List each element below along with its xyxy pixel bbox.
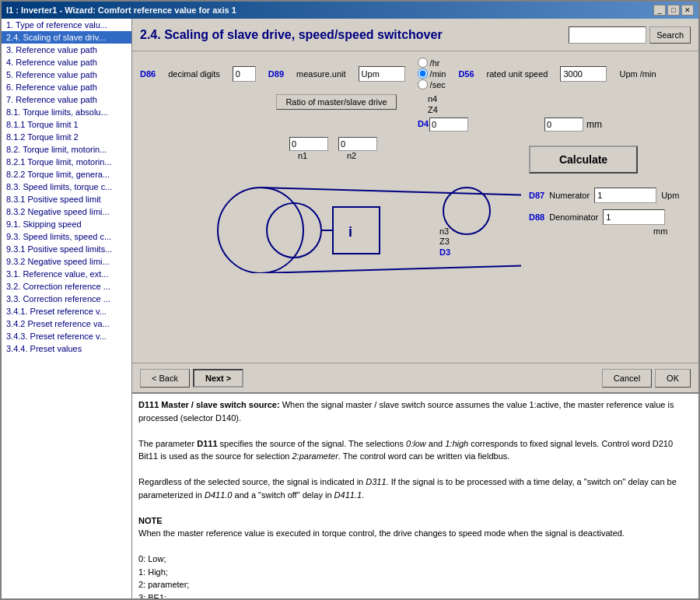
sidebar-item-20[interactable]: 3.1. Reference value, ext...: [2, 268, 131, 280]
info-panel: D111 Master / slave switch source: When …: [132, 392, 698, 598]
diagram-right-controls: 0 mm Calculate D87 Numerator 1 Upm D88: [529, 94, 679, 273]
d56-unit: Upm /min: [619, 69, 656, 79]
panel-header: 2.4. Scaling of slave drive, speed/speed…: [132, 19, 698, 51]
title-controls: _ □ ✕: [653, 5, 694, 16]
svg-point-0: [218, 188, 303, 273]
sidebar-item-17[interactable]: 9.3. Speed limits, speed c...: [2, 230, 131, 243]
unit-radio-group: /hr /min /sec: [418, 58, 446, 89]
distance-row: 0 mm: [544, 118, 602, 132]
ok-button[interactable]: OK: [655, 369, 691, 388]
sidebar-item-9[interactable]: 8.1.2 Torque limit 2: [2, 131, 131, 143]
high-ref: 1:high: [445, 439, 468, 448]
d88-input[interactable]: 1: [603, 209, 665, 225]
panel-title: 2.4. Scaling of slave drive, speed/speed…: [140, 28, 443, 42]
sidebar-item-23[interactable]: 3.4.1. Preset reference v...: [2, 305, 131, 318]
sidebar-item-1[interactable]: 2.4. Scaling of slave driv...: [2, 31, 131, 44]
nav-bar: < Back Next > Cancel OK: [132, 363, 698, 392]
search-box: Search: [569, 26, 691, 44]
distance-field[interactable]: 0: [544, 118, 583, 132]
search-input[interactable]: [569, 26, 646, 44]
d411-ref: D411.0: [205, 490, 232, 500]
sidebar-item-12[interactable]: 8.2.2 Torque limit, genera...: [2, 168, 131, 181]
note-text: When the master reference value is execu…: [138, 528, 625, 538]
d88-row: D88 Denominator 1: [529, 209, 679, 225]
d111-ref: D111: [197, 439, 217, 448]
d89-input[interactable]: Upm: [359, 66, 405, 82]
sidebar-item-0[interactable]: 1. Type of reference valu...: [2, 19, 131, 31]
note-section: NOTE When the master reference value is …: [138, 514, 692, 540]
d88-desc: Denominator: [549, 212, 598, 222]
search-button[interactable]: Search: [649, 26, 691, 44]
maximize-button[interactable]: □: [667, 5, 680, 16]
sidebar: 1. Type of reference valu... 2.4. Scalin…: [2, 19, 132, 598]
nav-right: Cancel OK: [602, 369, 691, 388]
d86-label: D86: [140, 69, 156, 79]
sidebar-item-11[interactable]: 8.2.1 Torque limit, motorin...: [2, 156, 131, 168]
d89-desc: measure.unit: [296, 69, 346, 79]
sidebar-item-6[interactable]: 7. Reference value path: [2, 93, 131, 106]
sidebar-item-16[interactable]: 9.1. Skipping speed: [2, 218, 131, 230]
low-ref: 0:low: [406, 439, 426, 448]
list-item-1: 1: High;: [138, 566, 692, 579]
sidebar-item-3[interactable]: 4. Reference value path: [2, 56, 131, 68]
svg-line-3: [261, 261, 521, 273]
info-heading-row: D111 Master / slave switch source: When …: [138, 398, 692, 424]
radio-hr[interactable]: /hr: [418, 58, 446, 68]
d87-unit: Upm: [661, 191, 679, 200]
sidebar-item-5[interactable]: 6. Reference value path: [2, 81, 131, 93]
d87-desc: Numerator: [549, 191, 590, 200]
note-heading: NOTE: [138, 516, 163, 525]
sidebar-item-22[interactable]: 3.3. Correction reference ...: [2, 293, 131, 305]
calculate-button[interactable]: Calculate: [529, 146, 638, 174]
radio-sec[interactable]: /sec: [418, 79, 446, 89]
svg-point-4: [443, 188, 490, 234]
diagram-section: Ratio of master/slave drive n4 Z4 D4 0 0…: [140, 94, 691, 273]
sidebar-item-8[interactable]: 8.1.1 Torque limit 1: [2, 118, 131, 131]
param-ref2: 2:parameter: [292, 451, 338, 461]
sidebar-item-21[interactable]: 3.2. Correction reference ...: [2, 280, 131, 293]
d56-desc: rated unit speed: [487, 69, 548, 79]
info-para1: The parameter D111 specifies the source …: [138, 437, 692, 463]
d311-ref: D311: [366, 477, 386, 486]
cancel-button[interactable]: Cancel: [602, 369, 652, 388]
sidebar-item-15[interactable]: 8.3.2 Negative speed limi...: [2, 205, 131, 218]
sidebar-item-2[interactable]: 3. Reference value path: [2, 44, 131, 56]
sidebar-item-19[interactable]: 9.3.2 Negative speed limi...: [2, 255, 131, 268]
sidebar-item-4[interactable]: 5. Reference value path: [2, 68, 131, 81]
diagram-left: Ratio of master/slave drive n4 Z4 D4 0 0…: [140, 94, 521, 273]
info-list: 0: Low; 1: High; 2: parameter; 3: BE1; 4…: [138, 553, 692, 598]
top-controls: D86 decimal digits 0 D89 measure.unit Up…: [140, 58, 691, 89]
d89-label: D89: [268, 69, 284, 79]
svg-point-7: [267, 203, 321, 258]
right-panel: 2.4. Scaling of slave drive, speed/speed…: [132, 19, 698, 598]
sidebar-item-24[interactable]: 3.4.2 Preset reference va...: [2, 318, 131, 330]
d87-label: D87: [529, 191, 544, 200]
title-bar: I1 : Inverter1 - Wizard: Comfort referen…: [2, 2, 698, 19]
d86-desc: decimal digits: [168, 69, 220, 79]
sidebar-item-7[interactable]: 8.1. Torque limits, absolu...: [2, 106, 131, 118]
sidebar-item-10[interactable]: 8.2. Torque limit, motorin...: [2, 143, 131, 156]
list-item-2: 2: parameter;: [138, 578, 692, 591]
svg-rect-5: [333, 207, 380, 254]
info-para1-text: The parameter D111 specifies the source …: [138, 439, 673, 461]
sidebar-item-25[interactable]: 3.4.3. Preset reference v...: [2, 330, 131, 342]
mm-unit: mm: [586, 119, 602, 130]
radio-min[interactable]: /min: [418, 68, 446, 79]
d56-label: D56: [458, 69, 474, 79]
close-button[interactable]: ✕: [681, 5, 694, 16]
mm-label: mm: [653, 226, 667, 236]
d87-input[interactable]: 1: [594, 188, 656, 203]
minimize-button[interactable]: _: [653, 5, 666, 16]
d411-1-ref: D411.1: [334, 490, 362, 500]
list-item-3: 3: BE1;: [138, 591, 692, 599]
diagram-svg: i Cv L: [140, 94, 521, 273]
sidebar-item-13[interactable]: 8.3. Speed limits, torque c...: [2, 181, 131, 193]
sidebar-item-26[interactable]: 3.4.4. Preset values: [2, 342, 131, 355]
sidebar-item-14[interactable]: 8.3.1 Positive speed limit: [2, 193, 131, 205]
next-button[interactable]: Next >: [193, 369, 243, 388]
sidebar-item-18[interactable]: 9.3.1 Positive speed limits...: [2, 243, 131, 255]
d86-input[interactable]: 0: [233, 66, 256, 82]
back-button[interactable]: < Back: [140, 369, 190, 388]
main-window: I1 : Inverter1 - Wizard: Comfort referen…: [0, 0, 700, 600]
d56-input[interactable]: 3000: [560, 66, 607, 82]
